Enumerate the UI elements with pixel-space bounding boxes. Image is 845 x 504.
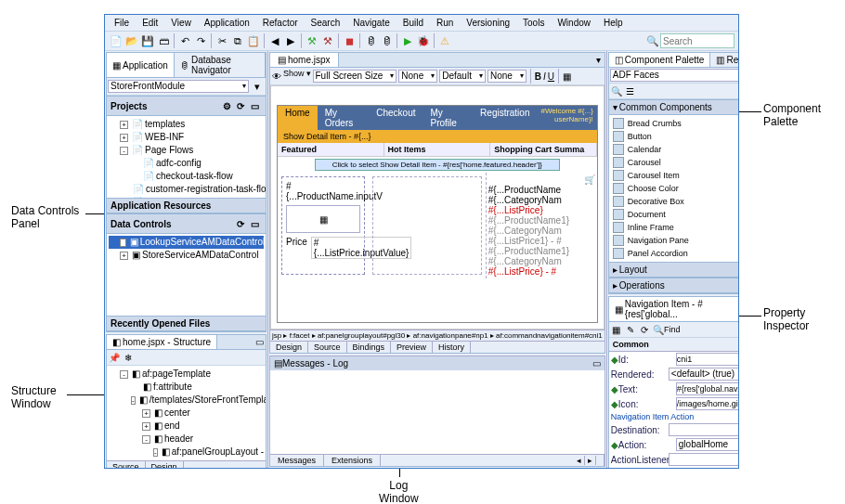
db-icon[interactable]: 🛢 [363,33,378,48]
structure-node[interactable]: +◧ end [109,420,264,433]
structure-node[interactable]: -◧ /templates/StoreFrontTemplate... [109,394,264,407]
menu-edit[interactable]: Edit [136,16,163,30]
tree-node[interactable]: 📄 customer-registration-task-flow [109,183,264,196]
cut-icon[interactable]: ✂ [214,33,229,48]
minimize-icon[interactable]: ▭ [254,335,266,349]
prop-rendered-select[interactable]: <default> (true) [669,368,738,381]
prop-action-select[interactable]: globalHome [676,438,738,451]
log-close-icon[interactable]: ▭ [592,358,601,368]
common-section[interactable]: Common [609,338,738,352]
tab-inspector[interactable]: ▦ Navigation Item - #{res['global... [609,297,738,321]
menu-application[interactable]: Application [199,16,255,30]
nav-action-link[interactable]: Navigation Item Action [609,411,738,422]
open-icon[interactable]: 📂 [124,33,139,48]
component-item[interactable]: Button [611,130,738,143]
refresh-icon[interactable]: ⟳ [234,99,247,112]
new-icon[interactable]: 📄 [109,33,124,48]
recent-files-header[interactable]: Recently Opened Files [107,316,266,331]
nav-profile[interactable]: My Profile [422,106,473,130]
component-item[interactable]: Document [611,208,738,221]
data-controls-header[interactable]: Data Controls ⟳ ▭ [107,213,266,234]
menu-refactor[interactable]: Refactor [257,16,304,30]
save-all-icon[interactable]: 🗃 [156,33,171,48]
component-item[interactable]: Calendar [611,143,738,156]
component-item[interactable]: Carousel Item [611,169,738,182]
structure-node[interactable]: +◧ center [109,407,264,420]
redo-icon[interactable]: ↷ [193,33,208,48]
log-tab-messages[interactable]: Messages [270,455,324,466]
none-select-2[interactable]: None [488,70,526,83]
forward-icon[interactable]: ▶ [283,33,298,48]
tab-structure[interactable]: ◧ home.jspx - Structure [107,335,217,349]
menu-build[interactable]: Build [397,16,429,30]
palette-list-icon[interactable]: ☰ [624,84,637,97]
tab-resources[interactable]: ▥ Re... [710,53,738,67]
breadcrumb[interactable]: jsp ▸ f:facet ▸ af:panelgrouplayout#pgl3… [270,330,604,341]
prop-al-input[interactable] [669,453,738,466]
data-control-item[interactable]: +▣ LookupServiceAMDataControl [109,236,264,249]
menu-tools[interactable]: Tools [517,16,550,30]
align-icon[interactable]: ▦ [563,71,571,82]
component-item[interactable]: Panel Accordion [611,247,738,260]
dc-refresh-icon[interactable]: ⟳ [234,217,247,230]
featured-product[interactable]: #{...ProductName.inputV ▦ Price #{...Lis… [281,176,365,275]
prop-id-input[interactable] [676,353,738,366]
eye-icon[interactable]: 👁 [272,71,281,82]
menu-help[interactable]: Help [598,16,629,30]
nav-home[interactable]: Home [278,106,318,130]
tree-node[interactable]: 📄 adfc-config [109,157,264,170]
nav-checkout[interactable]: Checkout [369,106,422,130]
app-resources-header[interactable]: Application Resources [107,198,266,213]
pi-find-icon[interactable]: 🔍 [652,323,665,336]
tab-source[interactable]: Source [308,342,347,353]
tab-source[interactable]: Source [107,461,146,468]
rebuild-icon[interactable]: ⚒ [320,33,335,48]
tree-node[interactable]: +📄 templates [109,118,264,131]
tree-node[interactable]: -📄 Page Flows [109,144,264,157]
none-select-1[interactable]: None [398,70,437,83]
db2-icon[interactable]: 🛢 [379,33,394,48]
undo-icon[interactable]: ↶ [177,33,192,48]
tree-node[interactable]: +📄 WEB-INF [109,131,264,144]
common-components-header[interactable]: ▾ Common Components [609,99,738,115]
menu-versioning[interactable]: Versioning [461,16,515,30]
nav-orders[interactable]: My Orders [318,106,370,130]
menu-view[interactable]: View [165,16,197,30]
tab-palette[interactable]: ◫ Component Palette [609,53,711,67]
pin-icon[interactable]: 📌 [108,351,121,364]
pi-icon3[interactable]: ⟳ [638,323,651,336]
nav-registration[interactable]: Registration [473,106,537,130]
screen-size-select[interactable]: Full Screen Size [313,70,397,83]
dc-filter-icon[interactable]: ▭ [248,217,261,230]
bold-icon[interactable]: B [535,71,541,82]
tab-design[interactable]: Design [270,342,308,353]
log-prev-icon[interactable]: ◂ [574,456,585,465]
structure-node[interactable]: ◧ f:attribute [109,381,264,394]
data-control-item[interactable]: +▣ StoreServiceAMDataControl [109,249,264,262]
paste-icon[interactable]: 📋 [246,33,261,48]
data-controls-tree[interactable]: +▣ LookupServiceAMDataControl+▣ StoreSer… [107,234,266,264]
operations-header[interactable]: ▸ Operations [609,278,738,293]
palette-search-icon[interactable]: 🔍 [610,84,623,97]
underline-icon[interactable]: U [548,71,554,82]
project-selector[interactable]: StoreFrontModule [108,80,249,93]
tree-node[interactable]: 📄 checkout-task-flow [109,170,264,183]
tab-preview[interactable]: Preview [391,342,433,353]
structure-node[interactable]: -◧ af:panelGroupLayout - h [109,446,264,459]
italic-icon[interactable]: I [543,71,546,82]
editor-tab-home[interactable]: ▤ home.jspx [270,53,339,67]
menu-navigate[interactable]: Navigate [347,16,395,30]
component-item[interactable]: Carousel [611,156,738,169]
tab-design[interactable]: Design [146,461,184,468]
visual-editor[interactable]: Home My Orders Checkout My Profile Regis… [270,85,604,330]
save-icon[interactable]: 💾 [140,33,155,48]
default-select[interactable]: Default [439,70,486,83]
warning-icon[interactable]: ⚠ [437,33,452,48]
component-item[interactable]: Bread Crumbs [611,117,738,130]
pi-icon1[interactable]: ▦ [610,323,623,336]
log-body[interactable] [270,370,604,454]
tab-bindings[interactable]: Bindings [347,342,392,353]
projects-header[interactable]: Projects ⚙ ⟳ ▭ [107,96,266,116]
log-next-icon[interactable]: ▸ [585,456,596,465]
terminate-icon[interactable]: ◼ [342,33,357,48]
